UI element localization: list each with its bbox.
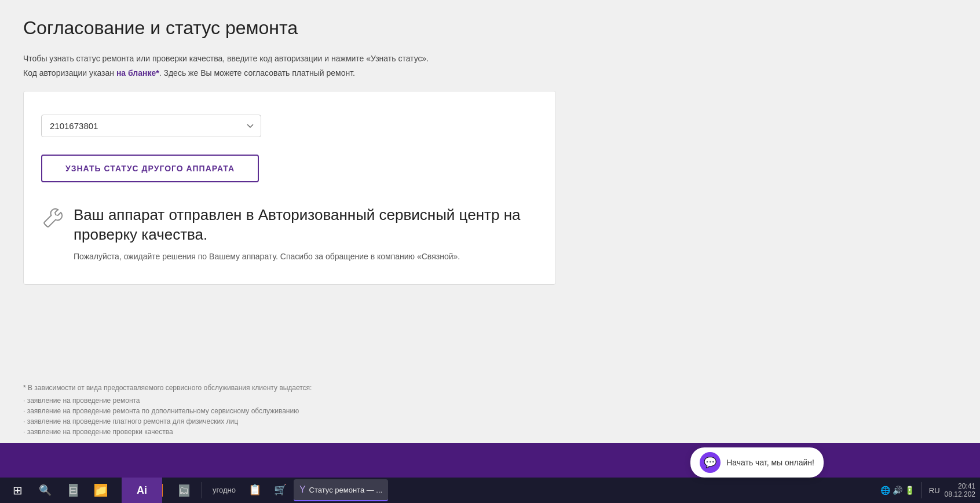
taskbar-explorer-button[interactable]: 🗂	[171, 479, 197, 501]
chat-bubble-icon: 💬	[700, 452, 721, 473]
info-line1: Чтобы узнать статус ремонта или проверки…	[23, 53, 957, 65]
status-card: 2101673801 УЗНАТЬ СТАТУС ДРУГОГО АППАРАТ…	[23, 91, 556, 285]
footer-list-item: заявление на проведение ремонта	[23, 395, 957, 406]
status-result: Ваш аппарат отправлен в Авторизованный с…	[41, 205, 538, 261]
sound-icon: 🔊	[893, 486, 902, 495]
system-tray-icons: 🌐 🔊 🔋	[880, 486, 915, 495]
main-content: Согласование и статус ремонта Чтобы узна…	[0, 0, 980, 372]
status-title-row: Ваш аппарат отправлен в Авторизованный с…	[41, 205, 538, 245]
taskbar-apps: угодно 📋 🛒 Y Статус ремонта — ...	[207, 479, 388, 501]
footer-list-item: заявление на проведение проверки качеств…	[23, 427, 957, 437]
clock: 20:41 08.12.202	[945, 482, 975, 498]
page-title: Согласование и статус ремонта	[23, 17, 957, 39]
info-line2-post: . Здесь же Вы можете согласовать платный…	[159, 68, 355, 78]
start-button[interactable]: ⊞	[5, 479, 30, 501]
footer-list: заявление на проведение ремонта заявлени…	[23, 395, 957, 437]
blanke-link[interactable]: на бланке*	[116, 68, 159, 78]
taskbar-separator	[202, 482, 202, 498]
footer-info: * В зависимости от вида предоставляемого…	[0, 372, 980, 443]
battery-icon: 🔋	[905, 486, 915, 495]
bottom-bar: Новости 💬 Начать чат, мы онлайн!	[0, 443, 980, 478]
footer-list-item: заявление на проведение платного ремонта…	[23, 416, 957, 427]
chat-label: Начать чат, мы онлайн!	[726, 458, 814, 467]
taskbar-icon-app3[interactable]: 🛒	[268, 479, 292, 501]
time-display: 20:41	[945, 482, 975, 490]
chat-widget[interactable]: 💬 Начать чат, мы онлайн!	[690, 447, 824, 478]
info-line2-pre: Код авторизации указан	[23, 68, 116, 78]
check-status-button[interactable]: УЗНАТЬ СТАТУС ДРУГОГО АППАРАТА	[41, 155, 259, 182]
widgets-icon: ⊟	[69, 484, 78, 497]
date-display: 08.12.202	[945, 490, 975, 498]
taskbar-status-tab[interactable]: Y Статус ремонта — ...	[294, 479, 388, 501]
status-title: Ваш аппарат отправлен в Авторизованный с…	[74, 205, 538, 245]
dropdown-wrapper: 2101673801	[41, 115, 538, 137]
network-icon: 🌐	[880, 486, 890, 495]
taskbar-sep2	[922, 482, 922, 498]
wrench-icon	[41, 207, 64, 230]
auth-code-dropdown[interactable]: 2101673801	[41, 115, 261, 137]
footer-note: * В зависимости от вида предоставляемого…	[23, 384, 957, 392]
info-line2: Код авторизации указан на бланке*. Здесь…	[23, 67, 957, 79]
status-subtitle: Пожалуйста, ожидайте решения по Вашему а…	[74, 252, 538, 261]
taskbar-icon-app2[interactable]: 📋	[243, 479, 267, 501]
active-tab-label: Статус ремонта — ...	[309, 486, 383, 494]
ai-button[interactable]: Ai	[122, 478, 162, 503]
footer-list-item: заявление на проведение ремонта по допол…	[23, 406, 957, 416]
taskbar-search-button[interactable]: 🔍	[32, 479, 58, 501]
file-icon: 📁	[94, 484, 107, 497]
taskbar-left: ⊞ 🔍 ⊟ 📁 🌐 📧 🗂 угодно 📋 🛒	[5, 479, 388, 501]
language-indicator[interactable]: RU	[929, 486, 940, 495]
explorer-icon: 🗂	[179, 484, 189, 497]
taskbar-ugodno-app[interactable]: угодно	[207, 479, 242, 501]
ugodno-label: угодно	[213, 486, 236, 494]
taskbar-right: 🌐 🔊 🔋 RU 20:41 08.12.202	[880, 482, 975, 498]
taskbar-file-button[interactable]: 📁	[88, 479, 114, 501]
taskbar-widgets-button[interactable]: ⊟	[60, 479, 86, 501]
